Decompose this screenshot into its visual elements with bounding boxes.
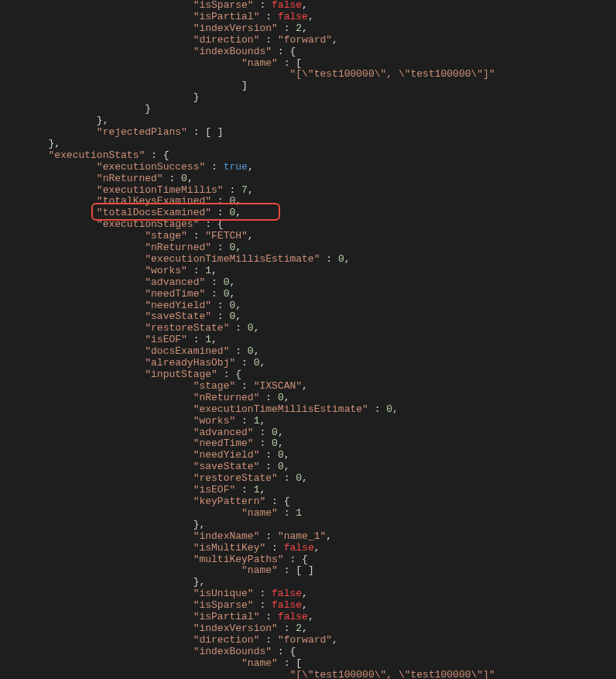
code-token: , — [248, 230, 254, 242]
code-token: }, — [48, 138, 60, 149]
code-token: : [ — [278, 57, 302, 69]
code-token: "name_1" — [278, 530, 326, 542]
code-token: : — [235, 380, 253, 392]
code-token: "nReturned" — [97, 173, 163, 184]
code-token: "restoreState" — [193, 472, 278, 484]
code-token: "name" — [241, 564, 278, 576]
code-line: "isUnique" : false, — [0, 588, 308, 599]
code-token: "saveState" — [145, 310, 211, 322]
code-token: : — [211, 300, 229, 311]
code-token: 0 — [248, 322, 254, 334]
code-token: : { — [217, 369, 241, 380]
code-line: "stage" : "IXSCAN", — [0, 380, 308, 392]
code-token: "executionStages" — [97, 218, 200, 230]
code-token: : { — [199, 218, 223, 230]
code-token: 0 — [296, 472, 302, 484]
code-token: : — [278, 507, 296, 519]
code-line: "restoreState" : 0, — [0, 322, 259, 334]
code-line: "isPartial" : false, — [0, 11, 314, 22]
code-token: , — [235, 242, 241, 253]
code-line: "docsExamined" : 0, — [0, 345, 259, 357]
code-token: , — [254, 345, 260, 357]
code-token: }, — [193, 576, 206, 588]
code-token: 0 — [278, 392, 284, 403]
code-token: "docsExamined" — [145, 345, 229, 357]
code-token: "name" — [241, 507, 278, 519]
code-token: , — [326, 530, 332, 542]
code-token: "isSparse" — [193, 599, 254, 611]
code-line: "isEOF" : 1, — [0, 484, 265, 496]
code-token: "executionTimeMillisEstimate" — [145, 253, 320, 265]
code-token: : { — [265, 496, 289, 507]
code-line: "executionTimeMillisEstimate" : 0, — [0, 253, 351, 265]
code-line: "executionTimeMillis" : 7, — [0, 184, 254, 196]
code-line: "executionSuccess" : true, — [0, 161, 254, 173]
code-token: : — [278, 622, 296, 634]
code-token: false — [278, 11, 308, 22]
code-line: "works" : 1, — [0, 265, 217, 276]
code-token: "name" — [241, 57, 278, 69]
code-token: , — [211, 334, 217, 345]
code-line: "indexBounds" : { — [0, 646, 296, 657]
code-token: "IXSCAN" — [254, 380, 302, 392]
code-token: : — [235, 484, 253, 496]
code-token: false — [284, 542, 314, 554]
code-token: : — [229, 345, 247, 357]
code-token: "needTime" — [145, 288, 205, 300]
code-token: "isMultiKey" — [193, 542, 266, 554]
code-token: "keyPattern" — [193, 496, 266, 507]
code-line: "executionTimeMillisEstimate" : 0, — [0, 403, 399, 415]
code-line: "needTime" : 0, — [0, 288, 235, 300]
code-token: 1 — [296, 507, 302, 519]
code-token: 0 — [272, 437, 278, 449]
code-token: "[\"test100000\", \"test100000\"]" — [289, 68, 495, 80]
code-token: false — [278, 611, 308, 622]
code-line: "direction" : "forward", — [0, 634, 338, 646]
code-line: "nReturned" : 0, — [0, 242, 241, 253]
code-line: "isMultiKey" : false, — [0, 542, 320, 554]
code-token: , — [302, 0, 308, 11]
code-token: : [ ] — [278, 564, 314, 576]
code-token: "indexBounds" — [193, 646, 272, 657]
code-line: "indexVersion" : 2, — [0, 22, 308, 34]
code-token: "stage" — [193, 380, 236, 392]
code-token: , — [235, 300, 241, 311]
code-block: "isSparse" : false, "isPartial" : false,… — [0, 0, 616, 679]
code-token: "needYield" — [193, 449, 260, 461]
code-line: "isSparse" : false, — [0, 0, 308, 11]
code-token: , — [332, 34, 338, 46]
code-token: : — [259, 34, 277, 46]
code-line: }, — [0, 115, 108, 126]
code-token: : — [259, 461, 277, 472]
code-token: , — [211, 265, 217, 276]
code-token: , — [229, 276, 235, 288]
code-token: 0 — [181, 173, 187, 184]
code-line: "restoreState" : 0, — [0, 472, 308, 484]
code-token: , — [302, 22, 308, 34]
code-token: : — [320, 253, 337, 265]
code-token: "advanced" — [145, 276, 205, 288]
code-line: "alreadyHasObj" : 0, — [0, 357, 265, 369]
code-token: , — [392, 403, 399, 415]
code-token: true — [224, 161, 248, 173]
code-token: "forward" — [278, 34, 332, 46]
code-line: }, — [0, 576, 205, 588]
code-token: "indexBounds" — [193, 46, 272, 57]
code-token: } — [193, 91, 200, 103]
code-token: : — [211, 310, 229, 322]
code-token: "nReturned" — [193, 392, 260, 403]
code-token: "indexVersion" — [193, 22, 278, 34]
code-line: "inputStage" : { — [0, 369, 241, 380]
code-token: : { — [145, 149, 169, 161]
code-token: "alreadyHasObj" — [145, 357, 235, 369]
code-token: , — [308, 611, 314, 622]
code-token: "isEOF" — [145, 334, 187, 345]
code-token: "forward" — [278, 634, 332, 646]
code-token: : — [254, 599, 272, 611]
code-token: "multiKeyPaths" — [193, 554, 284, 565]
code-token: : — [254, 427, 272, 438]
code-token: , — [302, 380, 308, 392]
code-token: , — [284, 392, 290, 403]
code-token: , — [229, 288, 235, 300]
code-token: "needTime" — [193, 437, 254, 449]
